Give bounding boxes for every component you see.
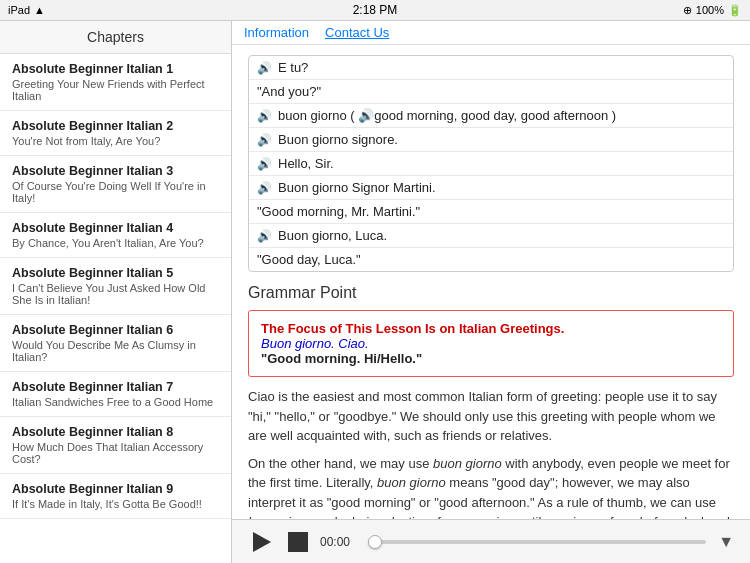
chapters-list: Absolute Beginner Italian 1Greeting Your… bbox=[0, 54, 231, 519]
chapter-title-3: Absolute Beginner Italian 3 bbox=[12, 164, 219, 178]
phrase-text-7: "Good morning, Mr. Martini." bbox=[257, 204, 420, 219]
status-right: ⊕ 100% 🔋 bbox=[683, 4, 742, 17]
chapter-item-1[interactable]: Absolute Beginner Italian 1Greeting Your… bbox=[0, 54, 231, 111]
phrase-text-6: Buon giorno Signor Martini. bbox=[278, 180, 436, 195]
grammar-p2-italic2: buon giorno bbox=[377, 475, 446, 490]
chapter-item-6[interactable]: Absolute Beginner Italian 6Would You Des… bbox=[0, 315, 231, 372]
audio-player: 00:00 ▼ bbox=[232, 519, 750, 563]
status-left: iPad ▲ bbox=[8, 4, 45, 16]
phrase-text-4: Buon giorno signore. bbox=[278, 132, 398, 147]
progress-bar[interactable] bbox=[368, 540, 706, 544]
chapter-subtitle-3: Of Course You're Doing Well If You're in… bbox=[12, 180, 219, 204]
phrase-row-2[interactable]: "And you?" bbox=[249, 80, 733, 104]
status-bar: iPad ▲ 2:18 PM ⊕ 100% 🔋 bbox=[0, 0, 750, 20]
chapter-subtitle-8: How Much Does That Italian Accessory Cos… bbox=[12, 441, 219, 465]
grammar-paragraph-2: On the other hand, we may use buon giorn… bbox=[248, 454, 734, 520]
grammar-focus-line: The Focus of This Lesson Is on Italian G… bbox=[261, 321, 721, 336]
phrase-text-5: Hello, Sir. bbox=[278, 156, 334, 171]
speaker-icon-3[interactable]: 🔊 bbox=[257, 109, 272, 123]
speaker-icon-6[interactable]: 🔊 bbox=[257, 181, 272, 195]
phrase-row-8[interactable]: 🔊Buon giorno, Luca. bbox=[249, 224, 733, 248]
main-layout: Chapters Absolute Beginner Italian 1Gree… bbox=[0, 20, 750, 563]
speaker-icon-1[interactable]: 🔊 bbox=[257, 61, 272, 75]
top-nav: Information Contact Us bbox=[232, 21, 750, 45]
grammar-paragraph-1: Ciao is the easiest and most common Ital… bbox=[248, 387, 734, 446]
battery-label: 100% bbox=[696, 4, 724, 16]
nav-contact-us[interactable]: Contact Us bbox=[325, 25, 389, 40]
chapter-subtitle-4: By Chance, You Aren't Italian, Are You? bbox=[12, 237, 219, 249]
chapter-title-5: Absolute Beginner Italian 5 bbox=[12, 266, 219, 280]
wifi-icon: ▲ bbox=[34, 4, 45, 16]
play-button[interactable] bbox=[248, 528, 276, 556]
chapter-item-2[interactable]: Absolute Beginner Italian 2You're Not fr… bbox=[0, 111, 231, 156]
phrase-row-9[interactable]: "Good day, Luca." bbox=[249, 248, 733, 271]
phrase-row-1[interactable]: 🔊E tu? bbox=[249, 56, 733, 80]
chapter-item-4[interactable]: Absolute Beginner Italian 4By Chance, Yo… bbox=[0, 213, 231, 258]
phrase-text-9: "Good day, Luca." bbox=[257, 252, 361, 267]
speaker-icon-8[interactable]: 🔊 bbox=[257, 229, 272, 243]
speaker-icon-5[interactable]: 🔊 bbox=[257, 157, 272, 171]
chapter-subtitle-9: If It's Made in Italy, It's Gotta Be Goo… bbox=[12, 498, 219, 510]
battery-icon: 🔋 bbox=[728, 4, 742, 17]
play-icon bbox=[253, 532, 271, 552]
phrase-row-3[interactable]: 🔊buon giorno ( 🔊good morning, good day, … bbox=[249, 104, 733, 128]
grammar-box: The Focus of This Lesson Is on Italian G… bbox=[248, 310, 734, 377]
location-icon: ⊕ bbox=[683, 4, 692, 17]
status-time: 2:18 PM bbox=[353, 3, 398, 17]
chapter-title-8: Absolute Beginner Italian 8 bbox=[12, 425, 219, 439]
phrase-row-5[interactable]: 🔊Hello, Sir. bbox=[249, 152, 733, 176]
grammar-p2-italic1: buon giorno bbox=[433, 456, 502, 471]
phrase-text-1: E tu? bbox=[278, 60, 308, 75]
chapter-item-5[interactable]: Absolute Beginner Italian 5I Can't Belie… bbox=[0, 258, 231, 315]
sidebar: Chapters Absolute Beginner Italian 1Gree… bbox=[0, 21, 232, 563]
chapter-title-4: Absolute Beginner Italian 4 bbox=[12, 221, 219, 235]
chapter-item-3[interactable]: Absolute Beginner Italian 3Of Course You… bbox=[0, 156, 231, 213]
chapter-title-2: Absolute Beginner Italian 2 bbox=[12, 119, 219, 133]
progress-thumb[interactable] bbox=[368, 535, 382, 549]
grammar-p2-text1: On the other hand, we may use bbox=[248, 456, 433, 471]
phrase-row-6[interactable]: 🔊Buon giorno Signor Martini. bbox=[249, 176, 733, 200]
stop-button[interactable] bbox=[288, 532, 308, 552]
scroll-content[interactable]: 🔊E tu?"And you?"🔊buon giorno ( 🔊good mor… bbox=[232, 45, 750, 519]
chapter-item-7[interactable]: Absolute Beginner Italian 7Italian Sandw… bbox=[0, 372, 231, 417]
chapter-title-9: Absolute Beginner Italian 9 bbox=[12, 482, 219, 496]
chapter-subtitle-6: Would You Describe Me As Clumsy in Itali… bbox=[12, 339, 219, 363]
chapter-subtitle-2: You're Not from Italy, Are You? bbox=[12, 135, 219, 147]
chapter-title-1: Absolute Beginner Italian 1 bbox=[12, 62, 219, 76]
chapter-subtitle-7: Italian Sandwiches Free to a Good Home bbox=[12, 396, 219, 408]
device-label: iPad bbox=[8, 4, 30, 16]
speaker-icon-4[interactable]: 🔊 bbox=[257, 133, 272, 147]
grammar-english-line: "Good morning. Hi/Hello." bbox=[261, 351, 721, 366]
time-display: 00:00 bbox=[320, 535, 356, 549]
nav-information[interactable]: Information bbox=[244, 25, 309, 40]
chapter-subtitle-1: Greeting Your New Friends with Perfect I… bbox=[12, 78, 219, 102]
grammar-italian-line: Buon giorno. Ciao. bbox=[261, 336, 721, 351]
chapter-title-7: Absolute Beginner Italian 7 bbox=[12, 380, 219, 394]
phrase-row-4[interactable]: 🔊Buon giorno signore. bbox=[249, 128, 733, 152]
grammar-heading: Grammar Point bbox=[248, 284, 734, 302]
chapter-item-8[interactable]: Absolute Beginner Italian 8How Much Does… bbox=[0, 417, 231, 474]
phrase-text-8: Buon giorno, Luca. bbox=[278, 228, 387, 243]
chapter-item-9[interactable]: Absolute Beginner Italian 9If It's Made … bbox=[0, 474, 231, 519]
phrase-text-3: buon giorno ( 🔊good morning, good day, g… bbox=[278, 108, 616, 123]
chapter-title-6: Absolute Beginner Italian 6 bbox=[12, 323, 219, 337]
phrase-row-7[interactable]: "Good morning, Mr. Martini." bbox=[249, 200, 733, 224]
phrase-text-2: "And you?" bbox=[257, 84, 321, 99]
volume-icon[interactable]: ▼ bbox=[718, 533, 734, 551]
content-area: Information Contact Us 🔊E tu?"And you?"🔊… bbox=[232, 21, 750, 563]
chapter-subtitle-5: I Can't Believe You Just Asked How Old S… bbox=[12, 282, 219, 306]
sidebar-header: Chapters bbox=[0, 21, 231, 54]
phrase-table: 🔊E tu?"And you?"🔊buon giorno ( 🔊good mor… bbox=[248, 55, 734, 272]
